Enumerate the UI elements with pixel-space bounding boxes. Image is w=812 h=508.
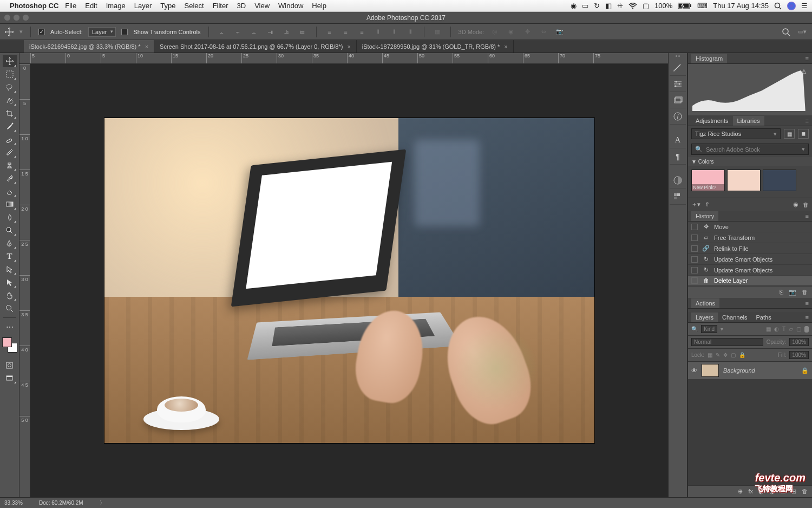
clone-stamp-tool[interactable] — [3, 159, 17, 171]
path-select-tool[interactable] — [3, 263, 17, 275]
adjustments-tab[interactable]: Adjustments — [691, 116, 733, 126]
layer-row-background[interactable]: 👁 Background 🔒 — [688, 362, 812, 379]
auto-select-dropdown[interactable]: Layer — [88, 27, 116, 37]
hand-tool[interactable] — [3, 289, 17, 301]
distribute-left-icon[interactable]: ⦀ — [373, 27, 384, 37]
lock-all-icon[interactable]: 🔒 — [739, 352, 745, 358]
menu-edit[interactable]: Edit — [85, 2, 97, 10]
library-search[interactable]: 🔍 Search Adobe Stock ▾ — [691, 144, 809, 155]
align-bottom-icon[interactable]: ⫠ — [249, 27, 260, 37]
status-chevron-icon[interactable]: 〉 — [100, 499, 105, 507]
filter-toggle-icon[interactable] — [804, 326, 809, 333]
paths-tab[interactable]: Paths — [752, 312, 776, 322]
camera-icon[interactable]: 📷 — [789, 289, 796, 296]
history-item[interactable]: 🔗Relink to File — [688, 243, 812, 254]
distribute-bottom-icon[interactable]: ≡ — [357, 27, 368, 37]
close-icon[interactable]: × — [347, 43, 350, 50]
bluetooth-icon[interactable]: ⁜ — [617, 2, 623, 10]
history-item[interactable]: 🗑Delete Layer — [688, 276, 812, 286]
lock-position-icon[interactable]: ✎ — [716, 352, 720, 358]
filter-adjust-icon[interactable]: ◐ — [774, 326, 779, 332]
ruler-origin[interactable] — [19, 53, 30, 64]
eraser-tool[interactable] — [3, 185, 17, 197]
distribute-hcenter-icon[interactable]: ⦀ — [389, 27, 400, 37]
lasso-tool[interactable] — [3, 81, 17, 93]
sync-icon[interactable]: ↻ — [594, 2, 600, 10]
menu-view[interactable]: View — [254, 2, 270, 10]
menu-3d[interactable]: 3D — [237, 2, 246, 10]
doc-tab-3[interactable]: iStock-187289950.jpg @ 31% (GOLD_TR, RGB… — [357, 40, 514, 53]
opacity-value[interactable]: 100% — [789, 338, 809, 346]
history-item[interactable]: ↻Update Smart Objects — [688, 265, 812, 276]
menu-image[interactable]: Image — [106, 2, 126, 10]
close-icon[interactable]: × — [504, 43, 507, 50]
clone-source-icon[interactable] — [670, 92, 686, 108]
move-tool[interactable] — [3, 55, 17, 67]
airplay-icon[interactable]: ▢ — [643, 2, 649, 10]
panel-menu-icon[interactable]: ≡ — [806, 314, 809, 321]
ruler-horizontal[interactable]: 5051015202530354045505560657075 — [30, 53, 668, 64]
distribute-right-icon[interactable]: ⦀ — [405, 27, 416, 37]
link-layers-icon[interactable]: ⊕ — [738, 488, 743, 495]
swatches-icon[interactable] — [670, 188, 686, 205]
auto-select-checkbox[interactable]: ✓ — [38, 29, 45, 35]
warning-icon[interactable]: ⚠ — [801, 68, 807, 75]
menu-file[interactable]: File — [65, 2, 76, 10]
pen-tool[interactable] — [3, 237, 17, 249]
panel-menu-icon[interactable]: ≡ — [806, 213, 809, 219]
canvas-image[interactable] — [104, 118, 594, 443]
quickmask-tool[interactable] — [3, 359, 17, 371]
creative-cloud-icon[interactable]: ◧ — [605, 2, 612, 10]
dodge-tool[interactable] — [3, 224, 17, 236]
spotlight-icon[interactable] — [774, 2, 782, 10]
brush-tool[interactable] — [3, 146, 17, 158]
history-tab[interactable]: History — [691, 211, 718, 221]
library-select[interactable]: Tigz Rice Studios — [691, 128, 781, 139]
menu-window[interactable]: Window — [278, 2, 303, 10]
info-icon[interactable]: i — [670, 108, 686, 125]
crop-tool[interactable] — [3, 107, 17, 119]
brush-presets-icon[interactable] — [670, 76, 686, 92]
trash-icon[interactable]: 🗑 — [803, 201, 809, 208]
quick-select-tool[interactable] — [3, 94, 17, 106]
color-icon[interactable] — [670, 172, 686, 188]
align-left-icon[interactable]: ⫣ — [265, 27, 276, 37]
zoom-level[interactable]: 33.33% — [4, 500, 23, 506]
layer-name[interactable]: Background — [723, 367, 755, 374]
colors-group-header[interactable]: ▼ Colors — [688, 157, 812, 166]
doc-size[interactable]: Doc: 60.2M/60.2M — [39, 500, 83, 506]
menu-layer[interactable]: Layer — [134, 2, 152, 10]
distribute-top-icon[interactable]: ≡ — [324, 27, 335, 37]
blur-tool[interactable] — [3, 211, 17, 223]
visibility-icon[interactable]: 👁 — [691, 367, 697, 374]
distribute-vcenter-icon[interactable]: ≡ — [340, 27, 351, 37]
shape-tool[interactable] — [3, 276, 17, 288]
notification-center-icon[interactable]: ☰ — [801, 2, 808, 10]
layer-style-icon[interactable]: fx — [748, 488, 753, 495]
workspace-switcher-icon[interactable]: ▭▾ — [797, 27, 808, 37]
zoom-tool[interactable] — [3, 302, 17, 314]
menubar-app-name[interactable]: Photoshop CC — [10, 2, 58, 10]
channels-tab[interactable]: Channels — [718, 312, 751, 322]
filter-pixel-icon[interactable]: ▦ — [766, 326, 771, 332]
actions-tab[interactable]: Actions — [691, 298, 719, 308]
battery-icon[interactable] — [678, 3, 692, 9]
doc-tab-1[interactable]: iStock-621694562.jpg @ 33.3% (RGB/8) * × — [24, 40, 154, 53]
filter-type-icon[interactable]: T — [782, 326, 785, 332]
add-content-icon[interactable]: ＋▾ — [691, 200, 700, 209]
lock-pixels-icon[interactable]: ▦ — [708, 352, 712, 358]
gradient-tool[interactable] — [3, 198, 17, 210]
history-item[interactable]: ✥Move — [688, 222, 812, 232]
library-swatch-3[interactable] — [763, 170, 796, 191]
screen-mode-tool[interactable] — [3, 372, 17, 384]
trash-icon[interactable]: 🗑 — [802, 289, 808, 296]
history-brush-tool[interactable] — [3, 172, 17, 184]
character-icon[interactable]: A — [670, 132, 686, 148]
filter-smart-icon[interactable]: ▢ — [796, 326, 801, 332]
lock-artboard-icon[interactable]: ▢ — [731, 352, 736, 358]
auto-align-icon[interactable]: ▦ — [432, 27, 443, 37]
panel-menu-icon[interactable]: ≡ — [806, 55, 809, 62]
type-tool[interactable]: T — [3, 250, 17, 262]
lock-move-icon[interactable]: ✥ — [723, 352, 728, 358]
cloud-icon[interactable]: ◉ — [793, 201, 798, 208]
